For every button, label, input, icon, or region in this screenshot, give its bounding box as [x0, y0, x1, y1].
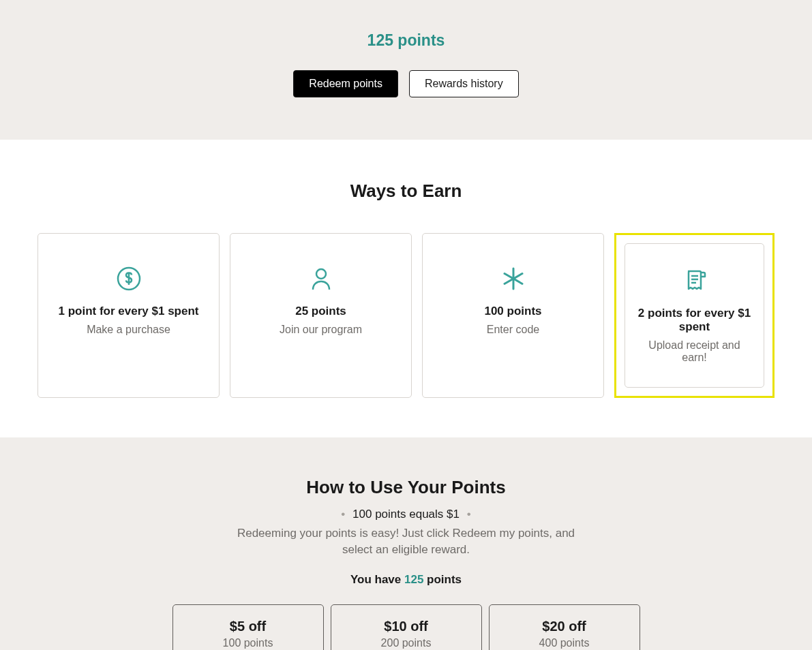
- you-have-prefix: You have: [350, 573, 404, 586]
- earn-card-title: 25 points: [295, 305, 346, 318]
- earn-card-title: 1 point for every $1 spent: [59, 305, 199, 318]
- redeem-cards: $5 off 100 points Redeem $10 off 200 poi…: [0, 604, 812, 650]
- points-conversion: • 100 points equals $1 •: [0, 508, 812, 521]
- redeem-tier-title: $5 off: [230, 619, 266, 634]
- earn-card-subtitle: Join our program: [280, 324, 362, 336]
- redeem-tier-points: 400 points: [539, 637, 590, 649]
- redeem-points-button[interactable]: Redeem points: [293, 70, 398, 97]
- you-have-points: You have 125 points: [0, 573, 812, 587]
- dollar-circle-icon: [115, 265, 142, 292]
- bullet-dot-icon: •: [467, 508, 471, 521]
- hero-button-row: Redeem points Rewards history: [0, 70, 812, 97]
- redeem-tier-title: $10 off: [384, 619, 427, 634]
- person-icon: [307, 265, 335, 292]
- points-balance: 125 points: [0, 31, 812, 50]
- bullet-dot-icon: •: [341, 508, 345, 521]
- earn-card-purchase[interactable]: 1 point for every $1 spent Make a purcha…: [37, 233, 220, 398]
- ways-heading: Ways to Earn: [37, 181, 775, 202]
- earn-card-code[interactable]: 100 points Enter code: [422, 233, 604, 398]
- redeem-tier-points: 200 points: [381, 637, 432, 649]
- earn-card-subtitle: Upload receipt and earn!: [637, 339, 751, 364]
- earn-card-subtitle: Make a purchase: [87, 324, 170, 336]
- you-have-suffix: points: [423, 573, 462, 586]
- ways-to-earn-section: Ways to Earn 1 point for every $1 spent …: [0, 140, 812, 437]
- redeem-tier-card: $10 off 200 points Redeem: [331, 604, 482, 650]
- receipt-icon: [681, 267, 708, 294]
- redeem-tier-card: $20 off 400 points Redeem: [489, 604, 640, 650]
- how-to-use-section: How to Use Your Points • 100 points equa…: [0, 437, 812, 650]
- svg-point-1: [316, 269, 326, 279]
- redeem-tier-title: $20 off: [542, 619, 586, 634]
- hero-section: 125 points Redeem points Rewards history: [0, 0, 812, 140]
- earn-card-title: 100 points: [484, 305, 541, 318]
- rewards-history-button[interactable]: Rewards history: [409, 70, 519, 97]
- redeem-tier-points: 100 points: [223, 637, 273, 649]
- ways-cards: 1 point for every $1 spent Make a purcha…: [37, 233, 775, 398]
- you-have-value: 125: [404, 573, 423, 586]
- earn-card-subtitle: Enter code: [487, 324, 539, 336]
- conversion-text: 100 points equals $1: [352, 508, 460, 521]
- asterisk-icon: [500, 265, 527, 292]
- howto-description: Redeeming your points is easy! Just clic…: [229, 525, 584, 558]
- howto-heading: How to Use Your Points: [0, 477, 812, 498]
- redeem-tier-card: $5 off 100 points Redeem: [172, 604, 324, 650]
- earn-card-join[interactable]: 25 points Join our program: [230, 233, 412, 398]
- earn-card-title: 2 points for every $1 spent: [637, 307, 751, 334]
- earn-card-receipt-highlighted[interactable]: 2 points for every $1 spent Upload recei…: [614, 233, 775, 398]
